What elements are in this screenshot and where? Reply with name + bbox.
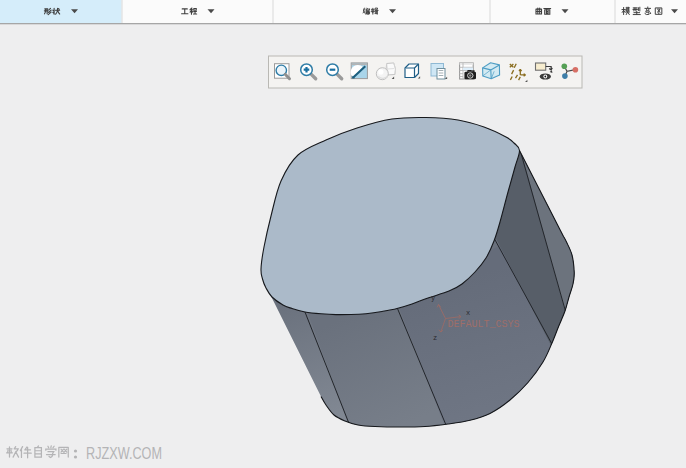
svg-text:z: z <box>433 334 437 342</box>
svg-text:y: y <box>431 294 435 302</box>
svg-text:DEFAULT_CSYS: DEFAULT_CSYS <box>448 319 520 330</box>
svg-text:x: x <box>466 309 470 317</box>
svg-text:RJZXW.COM: RJZXW.COM <box>86 444 162 463</box>
